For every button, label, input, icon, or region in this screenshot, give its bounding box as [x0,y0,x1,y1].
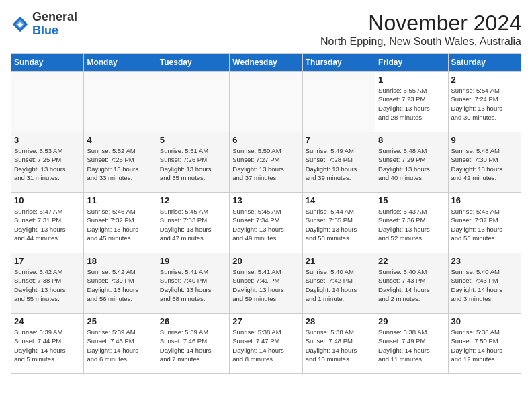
col-header-thursday: Thursday [302,54,375,72]
day-number: 12 [160,195,226,205]
logo-icon [11,15,30,34]
day-cell: 27Sunrise: 5:38 AM Sunset: 7:47 PM Dayli… [230,314,302,374]
day-number: 19 [160,256,226,266]
day-detail: Sunrise: 5:40 AM Sunset: 7:42 PM Dayligh… [306,267,372,303]
day-number: 18 [87,256,153,266]
day-cell: 22Sunrise: 5:40 AM Sunset: 7:43 PM Dayli… [375,253,448,314]
day-detail: Sunrise: 5:38 AM Sunset: 7:48 PM Dayligh… [306,328,372,363]
day-number: 23 [451,256,518,266]
day-cell: 26Sunrise: 5:39 AM Sunset: 7:46 PM Dayli… [157,314,229,374]
day-cell: 11Sunrise: 5:46 AM Sunset: 7:32 PM Dayli… [84,193,157,253]
day-cell [84,72,157,132]
day-number: 5 [160,135,226,145]
logo-text: General Blue [32,11,77,38]
day-number: 7 [306,135,372,145]
day-cell: 24Sunrise: 5:39 AM Sunset: 7:44 PM Dayli… [11,314,84,374]
day-number: 28 [306,316,372,326]
day-number: 29 [378,316,445,326]
day-detail: Sunrise: 5:49 AM Sunset: 7:28 PM Dayligh… [306,146,372,182]
month-title: November 2024 [320,11,521,36]
day-cell: 8Sunrise: 5:48 AM Sunset: 7:29 PM Daylig… [375,132,448,193]
week-row-4: 17Sunrise: 5:42 AM Sunset: 7:38 PM Dayli… [11,253,521,314]
title-area: November 2024 North Epping, New South Wa… [320,11,521,48]
col-header-friday: Friday [375,54,448,72]
day-cell: 12Sunrise: 5:45 AM Sunset: 7:33 PM Dayli… [157,193,229,253]
day-detail: Sunrise: 5:39 AM Sunset: 7:45 PM Dayligh… [87,328,153,363]
day-cell: 4Sunrise: 5:52 AM Sunset: 7:25 PM Daylig… [84,132,157,193]
week-row-1: 1Sunrise: 5:55 AM Sunset: 7:23 PM Daylig… [11,72,521,132]
day-detail: Sunrise: 5:43 AM Sunset: 7:37 PM Dayligh… [451,207,518,242]
day-cell: 9Sunrise: 5:48 AM Sunset: 7:30 PM Daylig… [448,132,521,193]
day-cell: 28Sunrise: 5:38 AM Sunset: 7:48 PM Dayli… [302,314,375,374]
day-cell [302,72,375,132]
day-cell: 1Sunrise: 5:55 AM Sunset: 7:23 PM Daylig… [375,72,448,132]
day-detail: Sunrise: 5:41 AM Sunset: 7:41 PM Dayligh… [232,267,299,303]
week-row-3: 10Sunrise: 5:47 AM Sunset: 7:31 PM Dayli… [11,193,521,253]
day-cell: 15Sunrise: 5:43 AM Sunset: 7:36 PM Dayli… [375,193,448,253]
day-number: 9 [451,135,518,145]
day-number: 6 [232,135,299,145]
day-number: 26 [160,316,226,326]
day-cell: 30Sunrise: 5:38 AM Sunset: 7:50 PM Dayli… [448,314,521,374]
day-number: 25 [87,316,153,326]
day-cell: 20Sunrise: 5:41 AM Sunset: 7:41 PM Dayli… [230,253,302,314]
day-number: 27 [232,316,299,326]
day-detail: Sunrise: 5:50 AM Sunset: 7:27 PM Dayligh… [232,146,299,182]
col-header-wednesday: Wednesday [230,54,302,72]
day-cell: 7Sunrise: 5:49 AM Sunset: 7:28 PM Daylig… [302,132,375,193]
day-number: 2 [451,75,518,85]
logo-blue: Blue [32,24,58,37]
day-cell: 14Sunrise: 5:44 AM Sunset: 7:35 PM Dayli… [302,193,375,253]
day-detail: Sunrise: 5:38 AM Sunset: 7:49 PM Dayligh… [378,328,445,363]
day-number: 1 [378,75,445,85]
day-detail: Sunrise: 5:47 AM Sunset: 7:31 PM Dayligh… [14,207,81,242]
day-cell: 6Sunrise: 5:50 AM Sunset: 7:27 PM Daylig… [230,132,302,193]
day-detail: Sunrise: 5:52 AM Sunset: 7:25 PM Dayligh… [87,146,153,182]
day-cell: 16Sunrise: 5:43 AM Sunset: 7:37 PM Dayli… [448,193,521,253]
col-header-sunday: Sunday [11,54,84,72]
day-number: 3 [14,135,81,145]
day-cell: 10Sunrise: 5:47 AM Sunset: 7:31 PM Dayli… [11,193,84,253]
day-detail: Sunrise: 5:40 AM Sunset: 7:43 PM Dayligh… [378,267,445,303]
logo-general: General [32,10,77,24]
day-cell [157,72,229,132]
day-cell: 23Sunrise: 5:40 AM Sunset: 7:43 PM Dayli… [448,253,521,314]
day-number: 10 [14,195,81,205]
week-row-5: 24Sunrise: 5:39 AM Sunset: 7:44 PM Dayli… [11,314,521,374]
col-header-tuesday: Tuesday [157,54,229,72]
day-detail: Sunrise: 5:39 AM Sunset: 7:44 PM Dayligh… [14,328,81,363]
day-detail: Sunrise: 5:48 AM Sunset: 7:29 PM Dayligh… [378,146,445,182]
calendar-table: SundayMondayTuesdayWednesdayThursdayFrid… [11,53,521,374]
day-number: 20 [232,256,299,266]
day-cell: 13Sunrise: 5:45 AM Sunset: 7:34 PM Dayli… [230,193,302,253]
day-detail: Sunrise: 5:41 AM Sunset: 7:40 PM Dayligh… [160,267,226,303]
week-row-2: 3Sunrise: 5:53 AM Sunset: 7:25 PM Daylig… [11,132,521,193]
day-cell: 19Sunrise: 5:41 AM Sunset: 7:40 PM Dayli… [157,253,229,314]
day-detail: Sunrise: 5:51 AM Sunset: 7:26 PM Dayligh… [160,146,226,182]
day-detail: Sunrise: 5:48 AM Sunset: 7:30 PM Dayligh… [451,146,518,182]
day-cell: 21Sunrise: 5:40 AM Sunset: 7:42 PM Dayli… [302,253,375,314]
day-number: 4 [87,135,153,145]
day-detail: Sunrise: 5:38 AM Sunset: 7:47 PM Dayligh… [232,328,299,363]
day-number: 16 [451,195,518,205]
header-row: SundayMondayTuesdayWednesdayThursdayFrid… [11,54,521,72]
day-number: 14 [306,195,372,205]
day-detail: Sunrise: 5:55 AM Sunset: 7:23 PM Dayligh… [378,86,445,122]
day-cell [11,72,84,132]
day-number: 8 [378,135,445,145]
day-detail: Sunrise: 5:40 AM Sunset: 7:43 PM Dayligh… [451,267,518,303]
day-detail: Sunrise: 5:43 AM Sunset: 7:36 PM Dayligh… [378,207,445,242]
location-title: North Epping, New South Wales, Australia [320,36,521,48]
day-number: 11 [87,195,153,205]
day-detail: Sunrise: 5:46 AM Sunset: 7:32 PM Dayligh… [87,207,153,242]
day-cell: 18Sunrise: 5:42 AM Sunset: 7:39 PM Dayli… [84,253,157,314]
day-cell: 5Sunrise: 5:51 AM Sunset: 7:26 PM Daylig… [157,132,229,193]
day-detail: Sunrise: 5:45 AM Sunset: 7:34 PM Dayligh… [232,207,299,242]
day-cell: 17Sunrise: 5:42 AM Sunset: 7:38 PM Dayli… [11,253,84,314]
col-header-monday: Monday [84,54,157,72]
header: General Blue November 2024 North Epping,… [11,11,521,48]
day-cell [230,72,302,132]
day-number: 24 [14,316,81,326]
day-detail: Sunrise: 5:53 AM Sunset: 7:25 PM Dayligh… [14,146,81,182]
day-cell: 29Sunrise: 5:38 AM Sunset: 7:49 PM Dayli… [375,314,448,374]
